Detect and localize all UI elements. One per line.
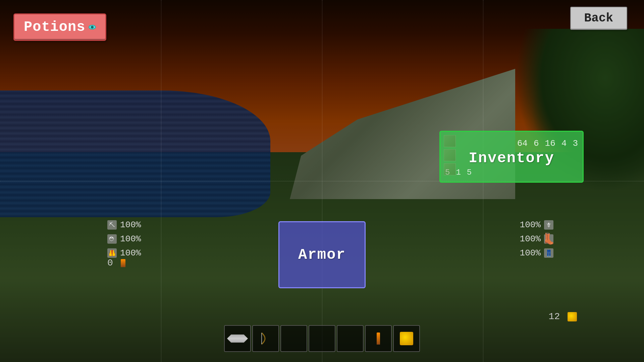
inventory-numbers-bottom: 5 1 5 — [445, 168, 578, 177]
hotbar-bow-icon — [258, 331, 273, 346]
chestplate-pct: 100% — [120, 248, 141, 258]
hotbar-slot-2[interactable] — [252, 325, 279, 352]
left-count-value: 0 — [107, 258, 113, 268]
right-count-value: 12 — [549, 311, 560, 322]
hotbar-slot-3[interactable] — [280, 325, 307, 352]
inv-num-4: 4 — [561, 138, 567, 148]
boots-stat-right: 100% 👢 — [520, 234, 553, 244]
helmet-pct: 100% — [120, 234, 141, 244]
left-item-count: 0 — [107, 258, 125, 268]
hotbar-slot-5[interactable] — [337, 325, 364, 352]
crosshair-vertical-2 — [322, 0, 322, 362]
inventory-title: Inventory — [445, 150, 578, 167]
inv-bot-num-3: 5 — [467, 168, 472, 177]
pickaxe-stat: ⛏ 100% — [107, 220, 141, 230]
sword-pct-right: 100% — [520, 220, 541, 230]
leggings-stat-right: 100% 👖 — [520, 248, 553, 258]
inv-block-3 — [444, 163, 456, 175]
boots-pct-right: 100% — [520, 234, 541, 244]
pickaxe-pct: 100% — [120, 220, 141, 230]
chestplate-stat: 🦺 100% — [107, 248, 141, 258]
chestplate-icon: 🦺 — [107, 248, 117, 258]
hud-stats-left: ⛏ 100% ⛑ 100% 🦺 100% — [107, 220, 141, 258]
pickaxe-icon: ⛏ — [107, 220, 117, 230]
hotbar-gold-item — [400, 332, 413, 345]
armor-panel: Armor — [278, 221, 366, 288]
torch-small-icon — [121, 259, 125, 267]
inventory-numbers-top: 64 6 16 4 3 — [445, 138, 578, 148]
inv-block-1 — [444, 135, 456, 147]
sword-stat-right: 100% 🗡 — [520, 220, 553, 230]
inv-num-2: 6 — [534, 138, 539, 148]
gold-item-icon — [568, 312, 577, 321]
hotbar-torch-item — [377, 333, 380, 345]
inv-block-2 — [444, 149, 456, 161]
sword-icon: 🗡 — [544, 220, 553, 230]
hud-stats-right: 100% 🗡 100% 👢 100% 👖 — [520, 220, 553, 258]
back-label: Back — [584, 11, 613, 25]
potions-label: Potions — [24, 19, 85, 35]
leggings-pct-right: 100% — [520, 248, 541, 258]
inv-num-3: 16 — [545, 138, 555, 148]
crosshair-vertical-1 — [161, 0, 161, 362]
helmet-stat: ⛑ 100% — [107, 234, 141, 244]
inv-num-1: 64 — [517, 138, 528, 148]
inv-num-5: 3 — [573, 138, 578, 148]
inventory-panel: 64 6 16 4 3 Inventory 5 1 5 — [439, 131, 584, 183]
back-button[interactable]: Back — [570, 7, 627, 30]
boots-icon: 👢 — [544, 234, 553, 244]
hotbar-slot-1[interactable] — [224, 325, 251, 352]
right-item-count: 12 — [549, 311, 577, 322]
inv-bot-num-2: 1 — [456, 168, 461, 177]
hotbar-slot-7[interactable] — [393, 325, 420, 352]
leggings-icon: 👖 — [544, 248, 553, 258]
potions-button[interactable]: Potions — [13, 13, 106, 41]
helmet-icon: ⛑ — [107, 234, 117, 244]
hotbar — [224, 325, 420, 352]
hotbar-slot-4[interactable] — [309, 325, 335, 352]
inventory-block-decorations — [444, 135, 456, 175]
potions-eye-icon — [89, 25, 96, 29]
hotbar-slot-6[interactable] — [365, 325, 392, 352]
hotbar-sword-item — [227, 328, 248, 349]
armor-title: Armor — [298, 246, 346, 263]
